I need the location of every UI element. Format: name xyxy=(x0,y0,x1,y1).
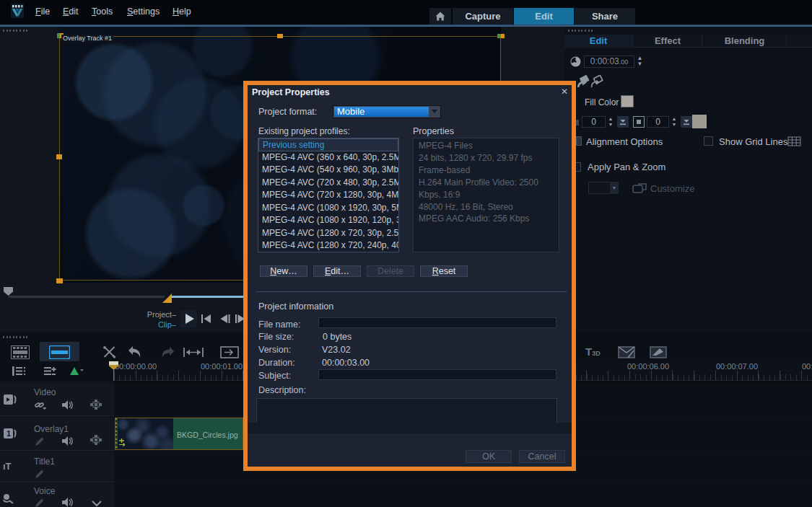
svg-text:1: 1 xyxy=(6,429,11,438)
